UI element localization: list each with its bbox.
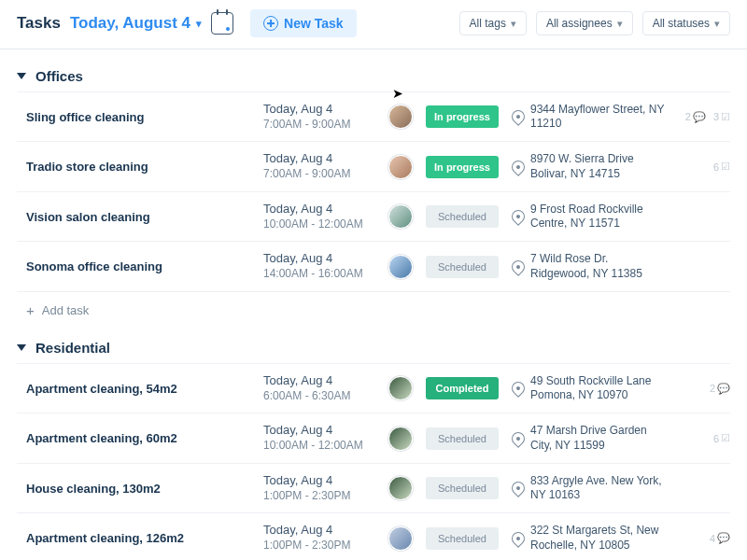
chevron-down-icon: ▾ (617, 18, 623, 30)
status-badge[interactable]: Scheduled (426, 427, 499, 450)
calendar-icon[interactable] (211, 12, 233, 35)
task-meta: 6 ☑ (684, 161, 730, 173)
task-address: 7 Wild Rose Dr. Ridgewood, NY 11385 (512, 252, 670, 281)
group-header[interactable]: Offices (17, 53, 730, 91)
task-address: 8970 W. Sierra Drive Bolivar, NY 14715 (512, 152, 670, 181)
task-row[interactable]: House cleaning, 130m2Today, Aug 41:00PM … (17, 463, 730, 512)
filter-assignees-label: All assignees (546, 17, 613, 30)
status-badge[interactable]: Scheduled (426, 477, 499, 499)
assignee-avatar[interactable] (388, 204, 413, 229)
map-pin-icon (509, 258, 528, 276)
task-date: Today, Aug 4 (263, 151, 375, 167)
task-row[interactable]: Apartment cleaning, 54m2Today, Aug 46:00… (17, 363, 730, 413)
task-date: Today, Aug 4 (263, 473, 375, 489)
address-text: 47 Marsh Drive Garden City, NY 11599 (530, 424, 670, 453)
task-name: Sonoma office cleaning (17, 259, 250, 273)
task-row[interactable]: Tradio store cleaningToday, Aug 47:00AM … (17, 141, 730, 190)
address-text: 8970 W. Sierra Drive Bolivar, NY 14715 (530, 152, 670, 181)
plus-icon: + (26, 303, 35, 317)
filter-statuses-label: All statuses (653, 17, 710, 30)
task-time-range: 1:00PM - 2:30PM (263, 539, 375, 553)
group-title: Offices (35, 68, 83, 84)
task-time-range: 7:00AM - 9:00AM (263, 118, 375, 133)
task-name: Sling office cleaning (17, 110, 250, 124)
assignee-avatar[interactable] (388, 376, 413, 400)
map-pin-icon (509, 379, 528, 398)
filter-tags[interactable]: All tags ▾ (459, 11, 527, 35)
task-row[interactable]: Sling office cleaningToday, Aug 47:00AM … (17, 91, 730, 141)
filter-tags-label: All tags (470, 17, 506, 30)
assignee-avatar[interactable] (388, 105, 413, 129)
comment-count: 4 💬 (710, 532, 730, 544)
task-time-range: 10:00AM - 12:00AM (263, 217, 375, 232)
assignee-avatar[interactable] (388, 155, 413, 179)
status-badge[interactable]: In progress (426, 156, 499, 178)
assignee-avatar[interactable] (388, 526, 413, 551)
page-title: Tasks (17, 14, 61, 33)
task-name: Apartment cleaning, 60m2 (17, 431, 250, 445)
task-row[interactable]: Vision salon cleaningToday, Aug 410:00AM… (17, 191, 730, 241)
assignee-avatar[interactable] (388, 476, 413, 500)
subtask-count: 3 ☑ (713, 111, 730, 123)
task-address: 47 Marsh Drive Garden City, NY 11599 (512, 424, 670, 453)
group-title: Residential (35, 340, 110, 356)
subtask-count: 6 ☑ (713, 432, 730, 444)
status-badge[interactable]: In progress (426, 105, 499, 128)
status-badge[interactable]: Scheduled (426, 256, 499, 278)
task-address: 833 Argyle Ave. New York, NY 10163 (512, 474, 670, 503)
status-badge[interactable]: Completed (426, 377, 499, 399)
map-pin-icon (509, 479, 528, 497)
chevron-down-icon: ▾ (714, 18, 720, 30)
task-meta: 4 💬 (684, 532, 730, 544)
map-pin-icon (509, 207, 528, 226)
add-task-button[interactable]: +Add task (17, 291, 730, 325)
task-address: 9344 Mayflower Street, NY 11210 (512, 103, 670, 132)
new-task-button[interactable]: New Task (250, 9, 357, 37)
address-text: 9 Frost Road Rockville Centre, NY 11571 (530, 203, 670, 231)
task-time-range: 10:00AM - 12:00AM (263, 439, 375, 454)
filter-assignees[interactable]: All assignees ▾ (536, 11, 633, 35)
filter-statuses[interactable]: All statuses ▾ (642, 11, 730, 35)
address-text: 322 St Margarets St, New Rochelle, NY 10… (530, 524, 670, 553)
plus-circle-icon (263, 16, 278, 31)
address-text: 49 South Rockville Lane Pomona, NY 10970 (530, 374, 670, 403)
task-time: Today, Aug 414:00AM - 16:00AM (263, 251, 375, 281)
new-task-label: New Task (284, 16, 344, 31)
task-meta: 6 ☑ (684, 432, 730, 444)
task-date: Today, Aug 4 (263, 523, 375, 539)
subtask-count: 6 ☑ (713, 161, 730, 173)
task-row[interactable]: Sonoma office cleaningToday, Aug 414:00A… (17, 241, 730, 290)
map-pin-icon (509, 158, 528, 176)
task-name: House cleaning, 130m2 (17, 482, 250, 496)
task-time: Today, Aug 46:00AM - 6:30AM (263, 373, 375, 403)
task-date: Today, Aug 4 (263, 202, 375, 217)
header-bar: Tasks Today, August 4 ▾ New Task All tag… (0, 0, 747, 49)
task-address: 49 South Rockville Lane Pomona, NY 10970 (512, 374, 670, 403)
task-time: Today, Aug 410:00AM - 12:00AM (263, 202, 375, 231)
task-time: Today, Aug 41:00PM - 2:30PM (263, 523, 375, 553)
status-badge[interactable]: Scheduled (426, 205, 499, 228)
task-time: Today, Aug 47:00AM - 9:00AM (263, 102, 375, 132)
task-name: Apartment cleaning, 126m2 (17, 531, 250, 545)
task-name: Vision salon cleaning (17, 210, 250, 224)
task-row[interactable]: Apartment cleaning, 60m2Today, Aug 410:0… (17, 413, 730, 462)
task-meta: 2 💬 (684, 383, 730, 395)
task-meta: 2 💬3 ☑ (684, 111, 730, 123)
add-task-label: Add task (42, 303, 90, 317)
chevron-down-icon: ▾ (511, 18, 516, 30)
task-address: 322 St Margarets St, New Rochelle, NY 10… (512, 524, 670, 553)
status-badge[interactable]: Scheduled (426, 527, 499, 550)
date-picker[interactable]: Today, August 4 ▾ (70, 14, 202, 33)
assignee-avatar[interactable] (388, 255, 413, 279)
task-time-range: 14:00AM - 16:00AM (263, 267, 375, 282)
group-header[interactable]: Residential (17, 325, 730, 363)
assignee-avatar[interactable] (388, 427, 413, 451)
map-pin-icon (509, 107, 528, 126)
triangle-down-icon (17, 344, 26, 351)
map-pin-icon (509, 529, 528, 548)
task-date: Today, Aug 4 (263, 423, 375, 439)
task-row[interactable]: Apartment cleaning, 126m2Today, Aug 41:0… (17, 512, 730, 560)
triangle-down-icon (17, 73, 26, 79)
task-time-range: 7:00AM - 9:00AM (263, 167, 375, 182)
task-name: Apartment cleaning, 54m2 (17, 382, 250, 396)
